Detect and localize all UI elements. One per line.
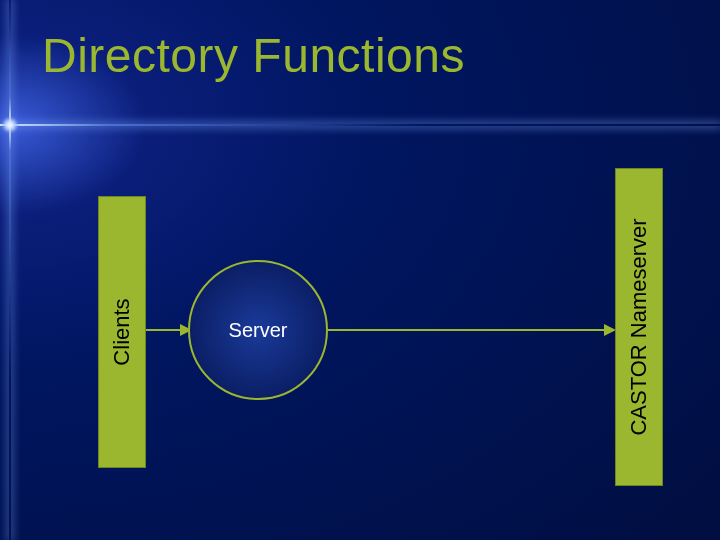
nameserver-box: CASTOR Nameserver xyxy=(615,168,663,486)
lens-flare-horizontal xyxy=(0,124,720,126)
arrow-clients-to-server-line xyxy=(146,329,182,331)
nameserver-label: CASTOR Nameserver xyxy=(626,218,652,435)
lens-flare-vertical xyxy=(9,0,11,540)
server-node: Server xyxy=(188,260,328,400)
slide-title: Directory Functions xyxy=(42,28,465,83)
lens-flare-core xyxy=(2,117,18,133)
clients-box: Clients xyxy=(98,196,146,468)
clients-label: Clients xyxy=(109,298,135,365)
server-label: Server xyxy=(229,319,288,342)
arrow-server-to-nameserver-line xyxy=(328,329,606,331)
